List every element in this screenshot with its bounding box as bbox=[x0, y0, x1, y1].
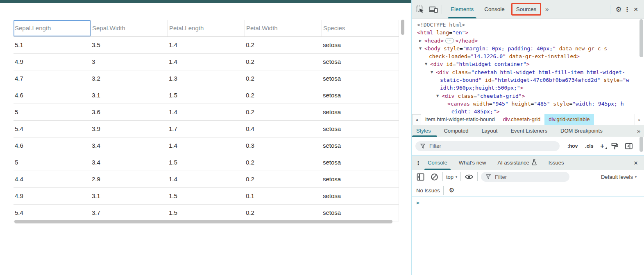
table-cell[interactable]: 3.1 bbox=[91, 188, 168, 204]
collapse-arrow-icon[interactable]: ▼ bbox=[425, 60, 427, 68]
dom-tree-line[interactable]: ▼<div class="cheetah html-widget html-fi… bbox=[412, 68, 644, 76]
breadcrumb-item[interactable]: div.grid-scrollable bbox=[544, 114, 594, 125]
table-cell[interactable]: 3.1 bbox=[91, 87, 168, 104]
grid-header-sepal-width[interactable]: Sepal.Width bbox=[91, 20, 168, 36]
table-cell[interactable]: setosa bbox=[322, 70, 399, 87]
table-cell[interactable]: 5 bbox=[14, 104, 91, 120]
dom-tree-line[interactable]: idth:960px;height:500px;"> bbox=[412, 84, 644, 92]
table-cell[interactable]: 4.9 bbox=[14, 54, 91, 70]
dom-tree-line[interactable]: ▶<head>···</head> bbox=[412, 37, 644, 45]
console-settings-gear-icon[interactable]: ⚙ bbox=[447, 185, 457, 195]
console-prompt-chevron[interactable]: > bbox=[416, 200, 420, 206]
dom-tree-line[interactable]: ▼<div class="cheetah-grid"> bbox=[412, 92, 644, 100]
styles-tab-layout[interactable]: Layout bbox=[481, 125, 497, 137]
breadcrumb-item[interactable]: item.html-widget-static-bound bbox=[421, 114, 499, 125]
breadcrumb-item[interactable]: div.cheetah-grid bbox=[499, 114, 545, 125]
dom-tree-line[interactable]: check-loaded="14.1226.0" data-gr-ext-ins… bbox=[412, 52, 644, 60]
collapse-arrow-icon[interactable]: ▼ bbox=[419, 45, 422, 52]
kebab-menu-icon[interactable]: ⋮ bbox=[624, 5, 631, 14]
drawer-tab-issues[interactable]: Issues bbox=[543, 156, 570, 170]
table-cell[interactable]: 0.2 bbox=[245, 54, 322, 70]
table-cell[interactable]: setosa bbox=[322, 171, 399, 187]
dom-tree-line[interactable]: <!DOCTYPE html> bbox=[412, 21, 644, 29]
console-messages-area[interactable]: > bbox=[412, 197, 644, 275]
grid-header-petal-width[interactable]: Petal.Width bbox=[245, 20, 322, 36]
table-cell[interactable]: 4.6 bbox=[14, 87, 91, 104]
table-cell[interactable]: 1.4 bbox=[168, 104, 245, 120]
table-cell[interactable]: 0.3 bbox=[245, 138, 322, 154]
settings-gear-icon[interactable]: ⚙ bbox=[614, 5, 624, 14]
table-cell[interactable]: 0.2 bbox=[245, 171, 322, 187]
class-toggle-button[interactable]: .cls bbox=[583, 143, 595, 149]
table-cell[interactable]: 1.4 bbox=[168, 54, 245, 70]
more-tabs-icon[interactable]: » bbox=[542, 5, 551, 13]
dom-tree-line[interactable]: ▼<div id="htmlwidget_container"> bbox=[412, 60, 644, 68]
table-cell[interactable]: 1.5 bbox=[168, 87, 245, 104]
table-cell[interactable]: 0.2 bbox=[245, 104, 322, 120]
console-filter-input[interactable] bbox=[494, 174, 565, 180]
table-cell[interactable]: setosa bbox=[322, 87, 399, 104]
table-cell[interactable]: 5.4 bbox=[14, 205, 91, 221]
devtools-tab-sources[interactable]: Sources bbox=[511, 3, 542, 16]
table-cell[interactable]: 3.9 bbox=[91, 121, 168, 137]
styles-more-tabs-icon[interactable]: » bbox=[634, 127, 644, 135]
table-cell[interactable]: 4.7 bbox=[14, 70, 91, 87]
table-cell[interactable]: setosa bbox=[322, 205, 399, 221]
table-cell[interactable]: 0.2 bbox=[245, 37, 322, 53]
inspect-element-icon[interactable] bbox=[415, 5, 425, 14]
pseudo-state-button[interactable]: :hov bbox=[565, 143, 580, 149]
table-cell[interactable]: 3.4 bbox=[91, 154, 168, 171]
table-cell[interactable]: setosa bbox=[322, 138, 399, 154]
table-cell[interactable]: 1.4 bbox=[168, 138, 245, 154]
drawer-kebab-menu-icon[interactable]: ⋮ bbox=[415, 158, 422, 168]
table-cell[interactable]: setosa bbox=[322, 104, 399, 120]
styles-filter-input[interactable] bbox=[429, 142, 556, 149]
table-cell[interactable]: 3.4 bbox=[91, 138, 168, 154]
table-cell[interactable]: 1.5 bbox=[168, 188, 245, 204]
dom-tree-line[interactable]: ▼<body style="margin: 0px; padding: 40px… bbox=[412, 45, 644, 52]
table-cell[interactable]: 3.6 bbox=[91, 104, 168, 120]
grid-header-sepal-length[interactable]: Sepal.Length bbox=[14, 20, 91, 36]
dom-tree-line[interactable]: <canvas width="945" height="485" style="… bbox=[412, 100, 644, 108]
table-cell[interactable]: 2.9 bbox=[91, 171, 168, 187]
table-cell[interactable]: 1.4 bbox=[168, 171, 245, 187]
dom-tree-line[interactable]: <html lang="en"> bbox=[412, 29, 644, 36]
styles-scrollbar-thumb[interactable] bbox=[639, 137, 643, 152]
paint-roller-icon[interactable] bbox=[610, 141, 620, 151]
table-cell[interactable]: 4.6 bbox=[14, 138, 91, 154]
devtools-tab-elements[interactable]: Elements bbox=[445, 0, 479, 18]
table-cell[interactable]: 0.4 bbox=[245, 121, 322, 137]
breadcrumb-forward-icon[interactable]: ▸ bbox=[635, 114, 644, 125]
console-sidebar-icon[interactable] bbox=[415, 172, 425, 182]
table-cell[interactable]: 1.3 bbox=[168, 70, 245, 87]
table-cell[interactable]: 0.2 bbox=[245, 87, 322, 104]
close-drawer-icon[interactable]: ✕ bbox=[631, 158, 641, 168]
new-style-rule-button[interactable]: + bbox=[599, 142, 605, 150]
collapse-arrow-icon[interactable]: ▼ bbox=[436, 92, 439, 100]
devtools-tab-console[interactable]: Console bbox=[479, 0, 510, 18]
table-cell[interactable]: 0.1 bbox=[245, 188, 322, 204]
table-cell[interactable]: 5 bbox=[14, 154, 91, 171]
table-cell[interactable]: 3.7 bbox=[91, 205, 168, 221]
expand-arrow-icon[interactable]: ▶ bbox=[419, 37, 422, 45]
table-cell[interactable]: 3.2 bbox=[91, 70, 168, 87]
grid-vertical-scrollbar-thumb[interactable] bbox=[401, 20, 404, 35]
sidebar-toggle-icon[interactable] bbox=[624, 141, 634, 151]
table-cell[interactable]: setosa bbox=[322, 188, 399, 204]
table-cell[interactable]: setosa bbox=[322, 37, 399, 53]
table-cell[interactable]: 0.2 bbox=[245, 70, 322, 87]
drawer-tab-console[interactable]: Console bbox=[422, 156, 453, 170]
drawer-tab-what-s-new[interactable]: What's new bbox=[453, 156, 492, 170]
table-cell[interactable]: 0.2 bbox=[245, 205, 322, 221]
device-toolbar-icon[interactable] bbox=[429, 5, 438, 14]
table-cell[interactable]: 1.5 bbox=[168, 154, 245, 171]
collapse-arrow-icon[interactable]: ▼ bbox=[431, 68, 433, 76]
truncation-badge-icon[interactable]: ··· bbox=[445, 38, 454, 43]
drawer-tab-ai-assistance[interactable]: AI assistance bbox=[492, 156, 543, 170]
console-filter-field[interactable] bbox=[481, 172, 569, 182]
table-cell[interactable]: 5.1 bbox=[14, 37, 91, 53]
styles-filter-field[interactable] bbox=[415, 141, 560, 151]
table-cell[interactable]: 0.2 bbox=[245, 154, 322, 171]
styles-tab-dom-breakpoints[interactable]: DOM Breakpoints bbox=[560, 125, 603, 137]
table-cell[interactable]: 1.7 bbox=[168, 121, 245, 137]
